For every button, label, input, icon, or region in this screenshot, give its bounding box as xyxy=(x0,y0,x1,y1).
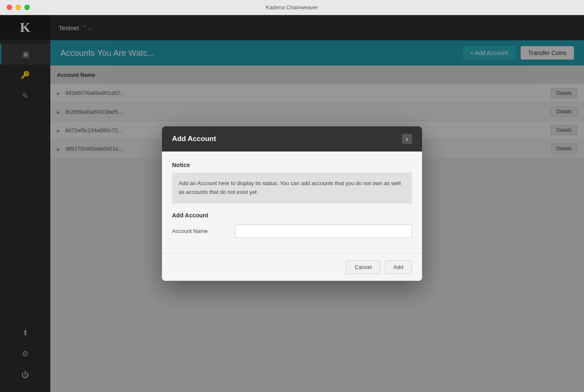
close-button[interactable] xyxy=(7,5,12,10)
modal-header: Add Account x xyxy=(162,126,422,152)
modal-close-button[interactable]: x xyxy=(402,134,412,144)
notice-box: Add an Account here to display its statu… xyxy=(172,172,412,204)
window-title: Kadena Chainweaver xyxy=(266,4,318,10)
modal-overlay[interactable]: Add Account x Notice Add an Account here… xyxy=(0,15,584,392)
modal-body: Notice Add an Account here to display it… xyxy=(162,152,422,253)
account-name-row: Account Name xyxy=(172,225,412,238)
modal-footer: Cancel Add xyxy=(162,253,422,281)
modal-title: Add Account xyxy=(172,135,216,143)
notice-text: Add an Account here to display its statu… xyxy=(179,180,401,195)
title-bar: Kadena Chainweaver xyxy=(0,0,584,15)
add-button[interactable]: Add xyxy=(385,260,412,274)
account-name-input[interactable] xyxy=(235,225,412,238)
notice-label: Notice xyxy=(172,162,412,168)
account-name-label: Account Name xyxy=(172,228,235,234)
minimize-button[interactable] xyxy=(16,5,21,10)
cancel-button[interactable]: Cancel xyxy=(346,260,380,274)
add-account-section-label: Add Account xyxy=(172,212,412,219)
maximize-button[interactable] xyxy=(24,5,30,10)
traffic-lights xyxy=(7,5,30,10)
add-account-modal: Add Account x Notice Add an Account here… xyxy=(162,126,422,281)
